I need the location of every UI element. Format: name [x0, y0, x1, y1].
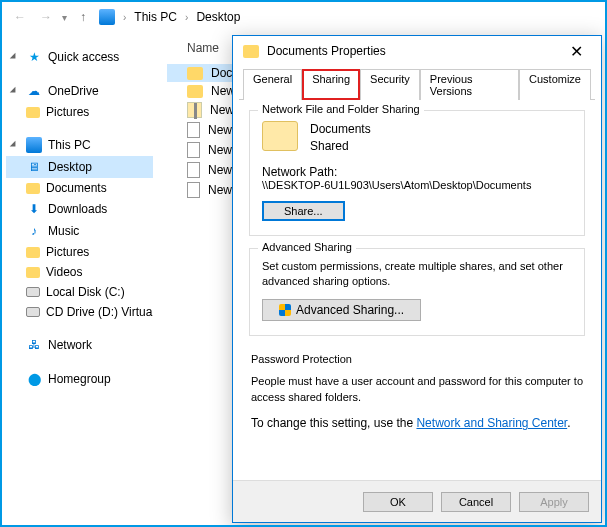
folder-icon — [26, 183, 40, 194]
journal-icon — [187, 122, 200, 138]
nav-recent-dropdown[interactable]: ▾ — [62, 12, 67, 23]
nav-music[interactable]: ♪Music — [6, 220, 153, 242]
shield-icon — [279, 304, 291, 316]
nav-downloads[interactable]: ⬇Downloads — [6, 198, 153, 220]
nav-network[interactable]: 🖧Network — [6, 334, 153, 356]
network-sharing-center-link[interactable]: Network and Sharing Center — [416, 416, 567, 430]
properties-dialog: Documents Properties ✕ General Sharing S… — [232, 35, 602, 523]
this-pc-icon — [99, 9, 115, 25]
rtf-icon — [187, 162, 200, 178]
nav-pictures[interactable]: Pictures — [6, 242, 153, 262]
nav-onedrive-pictures[interactable]: Pictures — [6, 102, 153, 122]
ok-button[interactable]: OK — [363, 492, 433, 512]
folder-icon — [187, 85, 203, 98]
advanced-sharing-text: Set custom permissions, create multiple … — [262, 259, 572, 290]
this-pc-icon — [26, 137, 42, 153]
rtf-icon — [187, 142, 200, 158]
group-network-sharing: Network File and Folder Sharing Document… — [249, 110, 585, 236]
network-path-label: Network Path: — [262, 165, 572, 179]
group-password-protection: Password Protection People must have a u… — [249, 348, 585, 446]
cloud-icon: ☁ — [26, 83, 42, 99]
zip-icon — [187, 102, 202, 118]
network-icon: 🖧 — [26, 337, 42, 353]
nav-onedrive[interactable]: ☁OneDrive — [6, 80, 153, 102]
videos-icon — [26, 267, 40, 278]
download-icon: ⬇ — [26, 201, 42, 217]
dialog-title: Documents Properties — [267, 44, 561, 58]
folder-icon — [26, 107, 40, 118]
nav-forward-icon[interactable]: → — [36, 7, 56, 27]
password-link-text: To change this setting, use the Network … — [251, 415, 583, 432]
tab-customize[interactable]: Customize — [519, 69, 591, 100]
group-advanced-sharing: Advanced Sharing Set custom permissions,… — [249, 248, 585, 337]
txt-icon — [187, 182, 200, 198]
share-state: Shared — [310, 138, 371, 155]
share-button[interactable]: Share... — [262, 201, 345, 221]
nav-documents[interactable]: Documents — [6, 178, 153, 198]
apply-button[interactable]: Apply — [519, 492, 589, 512]
address-bar[interactable]: › This PC › Desktop — [99, 9, 597, 25]
shared-folder-icon — [262, 121, 298, 151]
tab-security[interactable]: Security — [360, 69, 420, 100]
desktop-icon: 🖥 — [26, 159, 42, 175]
advanced-sharing-button[interactable]: Advanced Sharing... — [262, 299, 421, 321]
tab-sharing[interactable]: Sharing — [302, 69, 360, 100]
disk-icon — [26, 287, 40, 297]
cancel-button[interactable]: Cancel — [441, 492, 511, 512]
homegroup-icon: ⬤ — [26, 371, 42, 387]
nav-local-disk[interactable]: Local Disk (C:) — [6, 282, 153, 302]
breadcrumb-root[interactable]: This PC — [134, 10, 177, 24]
breadcrumb-current[interactable]: Desktop — [196, 10, 240, 24]
nav-this-pc[interactable]: This PC — [6, 134, 153, 156]
nav-homegroup[interactable]: ⬤Homegroup — [6, 368, 153, 390]
folder-icon — [187, 67, 203, 80]
star-icon: ★ — [26, 49, 42, 65]
nav-quick-access[interactable]: ★Quick access — [6, 46, 153, 68]
nav-cd-drive[interactable]: CD Drive (D:) Virtua — [6, 302, 153, 322]
nav-desktop[interactable]: 🖥Desktop — [6, 156, 153, 178]
folder-icon — [243, 45, 259, 58]
share-name: Documents — [310, 121, 371, 138]
music-icon: ♪ — [26, 223, 42, 239]
pictures-icon — [26, 247, 40, 258]
cd-icon — [26, 307, 40, 317]
network-path-value: \\DESKTOP-6U1L903\Users\Atom\Desktop\Doc… — [262, 179, 572, 191]
chevron-right-icon: › — [123, 12, 126, 23]
nav-videos[interactable]: Videos — [6, 262, 153, 282]
nav-back-icon[interactable]: ← — [10, 7, 30, 27]
close-icon[interactable]: ✕ — [561, 42, 591, 61]
chevron-right-icon: › — [185, 12, 188, 23]
dialog-tabs: General Sharing Security Previous Versio… — [239, 66, 595, 100]
nav-up-icon[interactable]: ↑ — [73, 7, 93, 27]
password-text: People must have a user account and pass… — [251, 374, 583, 405]
tab-previous-versions[interactable]: Previous Versions — [420, 69, 519, 100]
navigation-pane: ★Quick access ☁OneDrive Pictures This PC… — [2, 32, 157, 525]
tab-general[interactable]: General — [243, 69, 302, 100]
